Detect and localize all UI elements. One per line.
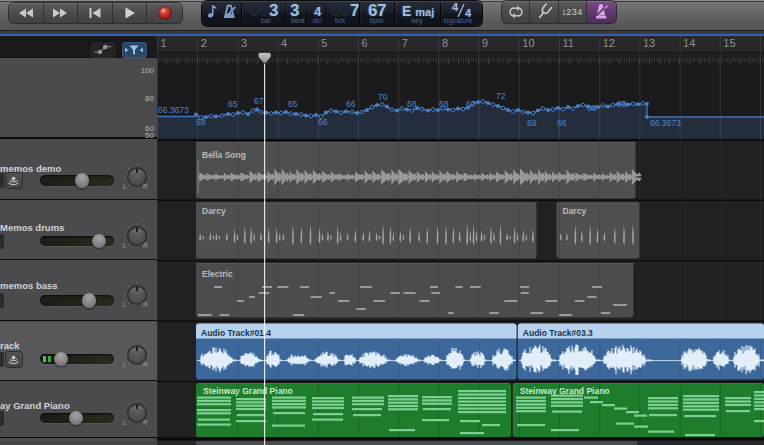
svg-text:Steinway Grand Piano: Steinway Grand Piano	[203, 386, 293, 396]
svg-text:15: 15	[723, 37, 735, 49]
svg-text:68: 68	[407, 99, 417, 109]
svg-text:2: 2	[201, 37, 207, 49]
svg-text:66: 66	[587, 103, 597, 113]
svg-text:69: 69	[527, 118, 537, 128]
svg-text:66: 66	[617, 99, 627, 109]
svg-text:Bella Song: Bella Song	[202, 150, 246, 160]
svg-text:66: 66	[346, 99, 356, 109]
svg-text:4: 4	[281, 37, 287, 49]
svg-text:Electric: Electric	[202, 269, 233, 279]
svg-text:3: 3	[241, 37, 247, 49]
svg-text:Darcy: Darcy	[202, 206, 226, 216]
svg-text:13: 13	[643, 37, 655, 49]
svg-text:7: 7	[402, 37, 408, 49]
svg-text:Audio Track#01.4: Audio Track#01.4	[201, 328, 271, 338]
svg-text:8: 8	[442, 37, 448, 49]
svg-text:12: 12	[603, 37, 615, 49]
svg-text:5: 5	[321, 37, 327, 49]
svg-text:6: 6	[362, 37, 368, 49]
svg-text:67: 67	[254, 96, 264, 106]
svg-text:Darcy: Darcy	[563, 206, 587, 216]
svg-text:70: 70	[378, 92, 388, 102]
svg-text:65: 65	[288, 99, 298, 109]
svg-text:14: 14	[683, 37, 695, 49]
svg-text:66: 66	[557, 118, 567, 128]
svg-text:Steinway Grand Piano: Steinway Grand Piano	[520, 386, 610, 396]
svg-text:Audio Track#03.3: Audio Track#03.3	[523, 328, 593, 338]
svg-text:9: 9	[482, 37, 488, 49]
svg-text:67: 67	[466, 99, 476, 109]
svg-text:68: 68	[196, 117, 206, 127]
svg-text:66.3673: 66.3673	[650, 118, 681, 128]
svg-text:11: 11	[563, 37, 574, 49]
svg-text:68: 68	[439, 99, 449, 109]
svg-text:1: 1	[161, 37, 167, 49]
svg-text:66.3673: 66.3673	[158, 105, 189, 115]
svg-text:10: 10	[522, 37, 534, 49]
svg-text:72: 72	[496, 91, 506, 101]
svg-text:66: 66	[318, 117, 328, 127]
svg-text:65: 65	[228, 99, 238, 109]
